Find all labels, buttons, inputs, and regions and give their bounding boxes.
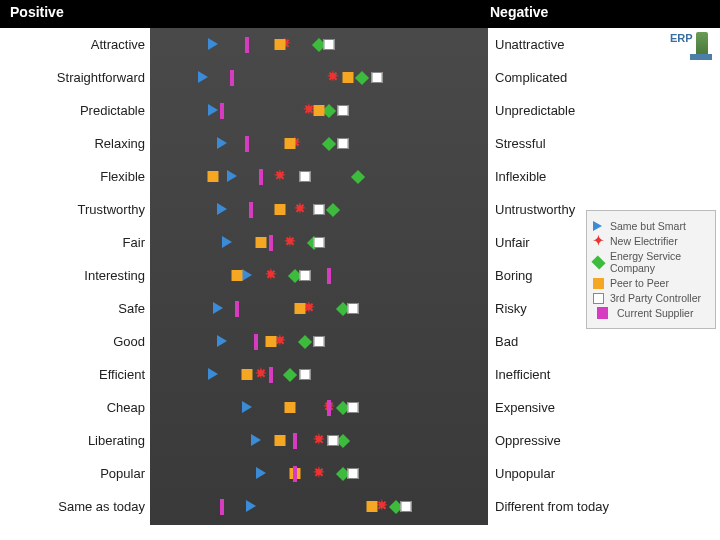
negative-attribute-label: Boring xyxy=(495,268,533,283)
data-point-third_party_controller xyxy=(400,501,411,512)
data-point-layer: ✦ xyxy=(150,30,488,63)
data-point-current_supplier xyxy=(293,466,297,482)
data-point-third_party_controller xyxy=(323,39,334,50)
data-point-third_party_controller xyxy=(371,72,382,83)
data-point-peer_to_peer xyxy=(285,138,296,149)
data-point-same_but_smart xyxy=(198,71,208,83)
legend-item: Same but Smart xyxy=(593,220,709,232)
data-point-energy_service_company xyxy=(351,170,365,184)
data-point-same_but_smart xyxy=(251,434,261,446)
diamond-red-icon: ✦ xyxy=(593,236,604,247)
data-point-layer: ✦ xyxy=(150,195,488,228)
header-bar: Positive Negative xyxy=(0,0,720,28)
data-point-same_but_smart xyxy=(217,203,227,215)
data-point-same_but_smart xyxy=(208,104,218,116)
chart-row: LiberatingOppressive✦ xyxy=(0,426,720,459)
negative-attribute-label: Complicated xyxy=(495,70,567,85)
negative-attribute-label: Oppressive xyxy=(495,433,561,448)
data-point-same_but_smart xyxy=(213,302,223,314)
data-point-current_supplier xyxy=(230,70,234,86)
data-point-same_but_smart xyxy=(217,137,227,149)
positive-attribute-label: Straightforward xyxy=(0,70,145,85)
negative-attribute-label: Unpredictable xyxy=(495,103,575,118)
positive-attribute-label: Fair xyxy=(0,235,145,250)
negative-attribute-label: Unattractive xyxy=(495,37,564,52)
data-point-same_but_smart xyxy=(256,467,266,479)
data-point-same_but_smart xyxy=(217,335,227,347)
legend-label: 3rd Party Controller xyxy=(610,292,701,304)
data-point-new_electrifier: ✦ xyxy=(274,170,286,182)
data-point-peer_to_peer xyxy=(275,39,286,50)
data-point-third_party_controller xyxy=(347,402,358,413)
negative-attribute-label: Inefficient xyxy=(495,367,550,382)
chart-row: CheapExpensive✦ xyxy=(0,393,720,426)
data-point-layer: ✦ xyxy=(150,63,488,96)
header-negative-label: Negative xyxy=(490,4,548,20)
negative-attribute-label: Unpopular xyxy=(495,466,555,481)
positive-attribute-label: Good xyxy=(0,334,145,349)
bar-magenta-icon xyxy=(597,307,608,319)
positive-attribute-label: Safe xyxy=(0,301,145,316)
erp-logo-text: ERP xyxy=(670,32,693,44)
data-point-peer_to_peer xyxy=(367,501,378,512)
data-point-peer_to_peer xyxy=(256,237,267,248)
data-point-energy_service_company xyxy=(322,137,336,151)
data-point-current_supplier xyxy=(293,433,297,449)
data-point-same_but_smart xyxy=(242,269,252,281)
data-point-new_electrifier: ✦ xyxy=(294,203,306,215)
data-point-current_supplier xyxy=(235,301,239,317)
data-point-third_party_controller xyxy=(299,270,310,281)
positive-attribute-label: Same as today xyxy=(0,499,145,514)
data-point-current_supplier xyxy=(245,37,249,53)
negative-attribute-label: Inflexible xyxy=(495,169,546,184)
data-point-current_supplier xyxy=(249,202,253,218)
data-point-layer: ✦ xyxy=(150,426,488,459)
data-point-same_but_smart xyxy=(208,38,218,50)
data-point-new_electrifier: ✦ xyxy=(284,236,296,248)
data-point-third_party_controller xyxy=(314,237,325,248)
chart-row: PredictableUnpredictable✦ xyxy=(0,96,720,129)
data-point-current_supplier xyxy=(245,136,249,152)
positive-attribute-label: Trustworthy xyxy=(0,202,145,217)
legend-label: Current Supplier xyxy=(617,307,693,319)
legend-label: Peer to Peer xyxy=(610,277,669,289)
data-point-peer_to_peer xyxy=(314,105,325,116)
data-point-current_supplier xyxy=(259,169,263,185)
data-point-layer: ✦ xyxy=(150,129,488,162)
legend-box: Same but Smart ✦New Electrifier Energy S… xyxy=(586,210,716,329)
legend-item: 3rd Party Controller xyxy=(593,292,709,304)
legend-item: Current Supplier xyxy=(593,307,709,319)
positive-attribute-label: Liberating xyxy=(0,433,145,448)
diamond-green-icon xyxy=(591,255,605,269)
data-point-layer: ✦ xyxy=(150,327,488,360)
chart-row: Same as todayDifferent from today✦ xyxy=(0,492,720,525)
positive-attribute-label: Popular xyxy=(0,466,145,481)
chart-row: AttractiveUnattractive✦ xyxy=(0,30,720,63)
data-point-layer: ✦ xyxy=(150,360,488,393)
positive-attribute-label: Interesting xyxy=(0,268,145,283)
chart-row: EfficientInefficient✦ xyxy=(0,360,720,393)
data-point-new_electrifier: ✦ xyxy=(313,434,325,446)
data-point-layer: ✦ xyxy=(150,228,488,261)
data-point-peer_to_peer xyxy=(294,303,305,314)
data-point-peer_to_peer xyxy=(265,336,276,347)
data-point-current_supplier xyxy=(269,235,273,251)
legend-item: Peer to Peer xyxy=(593,277,709,289)
data-point-third_party_controller xyxy=(299,171,310,182)
data-point-layer: ✦ xyxy=(150,162,488,195)
triangle-icon xyxy=(593,221,604,231)
square-white-icon xyxy=(593,293,604,304)
data-point-third_party_controller xyxy=(347,303,358,314)
header-positive-label: Positive xyxy=(10,4,64,20)
data-point-current_supplier xyxy=(269,367,273,383)
data-point-current_supplier xyxy=(327,268,331,284)
data-point-current_supplier xyxy=(254,334,258,350)
negative-attribute-label: Expensive xyxy=(495,400,555,415)
data-point-third_party_controller xyxy=(314,204,325,215)
legend-item: Energy Service Company xyxy=(593,250,709,274)
data-point-same_but_smart xyxy=(246,500,256,512)
negative-attribute-label: Different from today xyxy=(495,499,609,514)
data-point-current_supplier xyxy=(220,103,224,119)
data-point-peer_to_peer xyxy=(207,171,218,182)
data-point-peer_to_peer xyxy=(231,270,242,281)
